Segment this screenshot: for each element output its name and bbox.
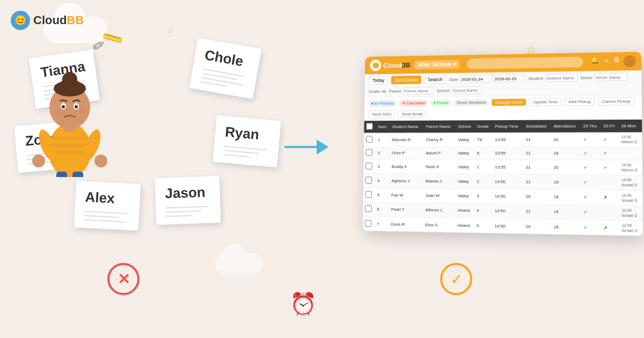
logo-icon: 😊 [11,11,30,30]
cell-mon: 14:55Ismael D [619,205,643,221]
cell-grade: 4 [474,203,493,218]
paper-alex: Alex [74,181,141,231]
col-mon: 28 Mon [619,120,642,133]
row-checkbox[interactable] [365,191,371,198]
svg-point-18 [94,155,107,167]
priced-badge[interactable]: $ Priced [430,99,451,106]
add-pickup-button[interactable]: Add Pickup [565,98,595,106]
app-nav[interactable]: After School ▾ [414,60,459,69]
cell-num: 5 [375,188,390,202]
cell-thu: ✓ [581,147,602,160]
cell-fri: ✓ [601,133,619,147]
grade-value: All [382,89,386,93]
col-school: School [456,120,475,133]
line [84,219,127,223]
line [200,81,227,87]
cell-grade: K [475,147,493,160]
cell-attendance: 20 [551,160,581,175]
row-checkbox[interactable] [366,136,372,143]
cell-num: 7 [375,217,389,231]
driver-name-input[interactable] [594,73,627,81]
student-name-input[interactable] [545,74,577,82]
cell-num: 1 [376,133,390,146]
update-time-button[interactable]: Update Time [529,98,561,106]
col-checkbox [364,121,376,133]
logo-text: CloudBB [33,13,84,27]
row-checkbox[interactable] [366,149,372,156]
svg-point-13 [54,109,62,114]
check-circle: ✓ [440,263,472,295]
cell-school: Valley [456,159,475,174]
col-student: Student Name [390,121,424,133]
cell-student: Doris R [389,217,423,232]
table-row: 1 Marcelo R Cherry R Valley TK 13:55 21 … [364,132,642,146]
cell-parent: Elva G [423,217,455,232]
x-mark: ✕ [107,263,140,295]
app-header-icons: 🔔 ＋ ⚙ [591,55,636,68]
send-sms-button[interactable]: Send SMS [368,111,395,119]
select-all-checkbox[interactable] [366,123,372,130]
row-checkbox[interactable] [365,205,372,212]
cell-parent: Nash K [423,159,456,174]
cell-scheduled: 20 [524,219,552,234]
cell-attendance: 20 [551,133,581,147]
cell-thu: ✓ [581,160,602,175]
cell-student: Pearl T [389,202,423,217]
grade-label: Grade [369,89,380,94]
change-driver-button[interactable]: Change Driver [492,99,526,106]
today-button[interactable]: Today [369,76,388,85]
next-dates-button[interactable]: Next Dates [391,76,421,84]
cell-grade: 2 [475,174,493,189]
app-toolbar: Today Next Dates Search Date Student Dri… [364,70,641,98]
row-checkbox[interactable] [365,163,372,170]
school-label: School [436,88,449,93]
character-illustration [27,38,113,177]
cell-student: Alphons J [390,174,424,188]
x-circle: ✕ [107,263,140,295]
cell-num: 3 [375,159,390,174]
school-field: School [436,86,482,94]
date-to-input[interactable] [493,75,525,83]
user-avatar[interactable] [624,55,636,68]
line [166,215,193,217]
svg-rect-20 [72,172,83,177]
col-parent: Parent Name [424,120,456,133]
app-search-bar[interactable] [466,56,583,69]
add-icon[interactable]: ＋ [603,56,610,68]
driver-label: Driver [581,75,592,80]
paper-alex-name: Alex [85,189,131,208]
row-checkbox[interactable] [365,219,372,226]
paper-chole-lines [200,69,247,90]
school-name-input[interactable] [451,86,482,94]
search-button[interactable]: Search [424,75,446,84]
row-checkbox[interactable] [365,177,372,183]
priced-icon: $ [433,100,435,105]
cell-mon: 13:50Nelson D [619,160,642,175]
settings-icon[interactable]: ⚙ [613,55,620,67]
student-field: Student [528,74,577,82]
cell-parent: Aaron P [423,147,456,160]
notification-icon[interactable]: 🔔 [591,56,600,68]
cell-pickup: 13:55 [493,133,523,147]
table-row: 2 Oren P Aaron P Valley K 13:55 21 18 ✓ … [364,147,642,160]
send-email-button[interactable]: Send Email [398,110,427,118]
cancel-pickup-button[interactable]: Cancel Pickup [598,97,634,106]
paper-jason-name: Jason [165,184,210,202]
show-weekend-badge[interactable]: Show Weekend [454,99,489,106]
cancelled-badge[interactable]: ✕ Cancelled [399,100,427,107]
line [84,215,120,218]
line [166,210,202,212]
parent-name-input[interactable] [402,87,434,94]
date-from-input[interactable] [460,75,492,83]
arrow-indicator [284,139,328,155]
date-label: Date [449,77,458,82]
star-1: ☆ [166,24,175,36]
cell-fri [602,205,619,221]
line [84,211,127,214]
in-process-badge[interactable]: ● In Process [369,100,397,107]
svg-rect-2 [49,144,90,147]
cell-thu: ✓ [581,205,602,221]
line [202,69,245,77]
cell-scheduled: 20 [524,189,552,204]
cell-scheduled: 21 [524,160,552,175]
